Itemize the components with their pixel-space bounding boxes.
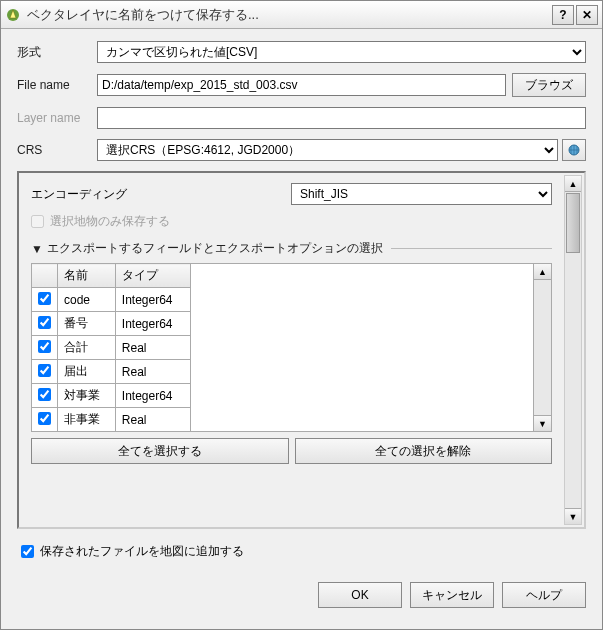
field-type: Real <box>115 408 190 432</box>
encoding-select[interactable]: Shift_JIS <box>291 183 552 205</box>
fields-blank-area <box>191 263 534 432</box>
add-to-map-label: 保存されたファイルを地図に追加する <box>40 543 244 560</box>
field-type: Real <box>115 360 190 384</box>
selected-only-checkbox <box>31 215 44 228</box>
options-panel: エンコーディング Shift_JIS 選択地物のみ保存する ▼ エクスポートする… <box>17 171 586 529</box>
filename-label: File name <box>17 78 97 92</box>
close-button[interactable]: ✕ <box>576 5 598 25</box>
format-select[interactable]: カンマで区切られた値[CSV] <box>97 41 586 63</box>
col-type: タイプ <box>115 264 190 288</box>
content-area: 形式 カンマで区切られた値[CSV] File name ブラウズ Layer … <box>1 29 602 582</box>
field-name: 対事業 <box>58 384 116 408</box>
table-row: 届出Real <box>32 360 191 384</box>
table-row: 非事業Real <box>32 408 191 432</box>
titlebar: ベクタレイヤに名前をつけて保存する... ? ✕ <box>1 1 602 29</box>
fields-table: 名前 タイプ codeInteger64番号Integer64合計Real届出R… <box>31 263 191 432</box>
deselect-all-button[interactable]: 全ての選択を解除 <box>295 438 553 464</box>
field-checkbox[interactable] <box>38 340 51 353</box>
app-icon <box>5 7 21 23</box>
globe-icon <box>567 143 581 157</box>
crs-label: CRS <box>17 143 97 157</box>
field-name: 番号 <box>58 312 116 336</box>
select-all-button[interactable]: 全てを選択する <box>31 438 289 464</box>
fields-area: 名前 タイプ codeInteger64番号Integer64合計Real届出R… <box>31 263 552 432</box>
col-name: 名前 <box>58 264 116 288</box>
crs-select[interactable]: 選択CRS（EPSG:4612, JGD2000） <box>97 139 558 161</box>
field-checkbox[interactable] <box>38 292 51 305</box>
field-checkbox[interactable] <box>38 388 51 401</box>
col-check <box>32 264 58 288</box>
encoding-label: エンコーディング <box>31 186 291 203</box>
collapse-icon: ▼ <box>31 242 43 256</box>
field-checkbox[interactable] <box>38 412 51 425</box>
help-footer-button[interactable]: ヘルプ <box>502 582 586 608</box>
panel-scrollbar[interactable]: ▲ ▼ <box>564 175 582 525</box>
selected-only-label: 選択地物のみ保存する <box>50 213 170 230</box>
panel-scroll-thumb[interactable] <box>566 193 580 253</box>
fields-scrollbar[interactable]: ▲ ▼ <box>534 263 552 432</box>
table-row: 対事業Integer64 <box>32 384 191 408</box>
field-type: Integer64 <box>115 288 190 312</box>
table-row: 合計Real <box>32 336 191 360</box>
field-name: 届出 <box>58 360 116 384</box>
browse-button[interactable]: ブラウズ <box>512 73 586 97</box>
field-name: code <box>58 288 116 312</box>
export-fields-section-header[interactable]: ▼ エクスポートするフィールドとエクスポートオプションの選択 <box>31 240 552 257</box>
cancel-button[interactable]: キャンセル <box>410 582 494 608</box>
filename-input[interactable] <box>97 74 506 96</box>
dialog-window: ベクタレイヤに名前をつけて保存する... ? ✕ 形式 カンマで区切られた値[C… <box>0 0 603 630</box>
field-type: Integer64 <box>115 384 190 408</box>
field-type: Integer64 <box>115 312 190 336</box>
panel-scroll-up-icon[interactable]: ▲ <box>565 176 581 192</box>
field-checkbox[interactable] <box>38 364 51 377</box>
help-button[interactable]: ? <box>552 5 574 25</box>
panel-scroll-down-icon[interactable]: ▼ <box>565 508 581 524</box>
table-row: codeInteger64 <box>32 288 191 312</box>
ok-button[interactable]: OK <box>318 582 402 608</box>
crs-picker-button[interactable] <box>562 139 586 161</box>
format-label: 形式 <box>17 44 97 61</box>
add-to-map-checkbox[interactable] <box>21 545 34 558</box>
scroll-up-icon[interactable]: ▲ <box>534 264 551 280</box>
footer-buttons: OK キャンセル ヘルプ <box>1 582 602 608</box>
window-title: ベクタレイヤに名前をつけて保存する... <box>27 6 550 24</box>
field-name: 合計 <box>58 336 116 360</box>
section-title: エクスポートするフィールドとエクスポートオプションの選択 <box>47 240 383 257</box>
table-row: 番号Integer64 <box>32 312 191 336</box>
field-checkbox[interactable] <box>38 316 51 329</box>
layername-input[interactable] <box>97 107 586 129</box>
field-type: Real <box>115 336 190 360</box>
layername-label: Layer name <box>17 111 97 125</box>
scroll-down-icon[interactable]: ▼ <box>534 415 551 431</box>
field-name: 非事業 <box>58 408 116 432</box>
